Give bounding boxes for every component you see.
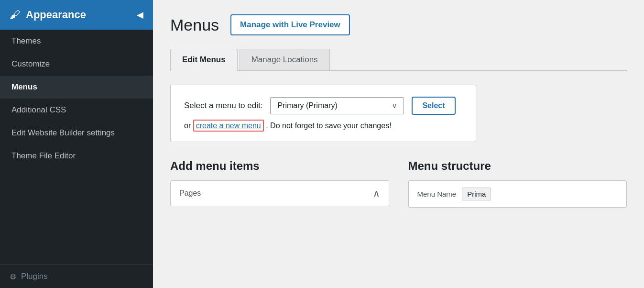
create-new-menu-link[interactable]: create a new menu xyxy=(193,120,264,132)
appearance-icon: 🖌 xyxy=(10,9,20,21)
menu-name-value: Prima xyxy=(462,188,491,200)
dropdown-chevron-icon: ∨ xyxy=(392,102,397,110)
select-button[interactable]: Select xyxy=(412,97,455,115)
sidebar-item-menus[interactable]: Menus xyxy=(0,76,153,99)
pages-accordion[interactable]: Pages ∧ xyxy=(170,180,389,206)
page-header: Menus Manage with Live Preview xyxy=(170,14,627,35)
tab-edit-menus[interactable]: Edit Menus xyxy=(170,49,238,71)
sidebar: 🖌 Appearance ◀ Themes Customize Menus Ad… xyxy=(0,0,153,288)
select-menu-box: Select a menu to edit: Primary (Primary)… xyxy=(170,85,476,142)
main-content: Menus Manage with Live Preview Edit Menu… xyxy=(153,0,644,288)
sidebar-header[interactable]: 🖌 Appearance ◀ xyxy=(0,0,153,30)
sidebar-item-themes[interactable]: Themes xyxy=(0,30,153,53)
pages-chevron-icon: ∧ xyxy=(373,188,380,199)
bottom-section: Add menu items Pages ∧ Menu structure Me… xyxy=(170,159,627,208)
menu-dropdown[interactable]: Primary (Primary) ∨ xyxy=(270,97,404,114)
menu-structure-section: Menu structure Menu Name Prima xyxy=(408,159,627,208)
menu-name-label: Menu Name xyxy=(417,190,457,198)
add-menu-items-title: Add menu items xyxy=(170,159,389,173)
plugins-icon: ⚙ xyxy=(10,272,16,281)
sidebar-header-title: Appearance xyxy=(26,9,86,21)
menu-structure-row: Menu Name Prima xyxy=(408,180,627,208)
sidebar-item-additional-css[interactable]: Additional CSS xyxy=(0,99,153,122)
live-preview-button[interactable]: Manage with Live Preview xyxy=(230,14,350,35)
sidebar-item-edit-website-builder[interactable]: Edit Website Builder settings xyxy=(0,122,153,144)
sidebar-item-theme-file-editor[interactable]: Theme File Editor xyxy=(0,144,153,167)
sidebar-plugins[interactable]: ⚙ Plugins xyxy=(0,265,153,288)
create-new-row: or create a new menu . Do not forget to … xyxy=(184,122,462,130)
sidebar-collapse-arrow[interactable]: ◀ xyxy=(137,10,143,20)
page-title: Menus xyxy=(170,16,219,34)
select-menu-row: Select a menu to edit: Primary (Primary)… xyxy=(184,97,462,115)
tab-manage-locations[interactable]: Manage Locations xyxy=(240,49,330,70)
sidebar-item-customize[interactable]: Customize xyxy=(0,53,153,76)
select-menu-label: Select a menu to edit: xyxy=(184,101,262,111)
add-menu-items-section: Add menu items Pages ∧ xyxy=(170,159,389,208)
tabs-container: Edit Menus Manage Locations xyxy=(170,49,627,71)
menu-structure-title: Menu structure xyxy=(408,159,627,173)
